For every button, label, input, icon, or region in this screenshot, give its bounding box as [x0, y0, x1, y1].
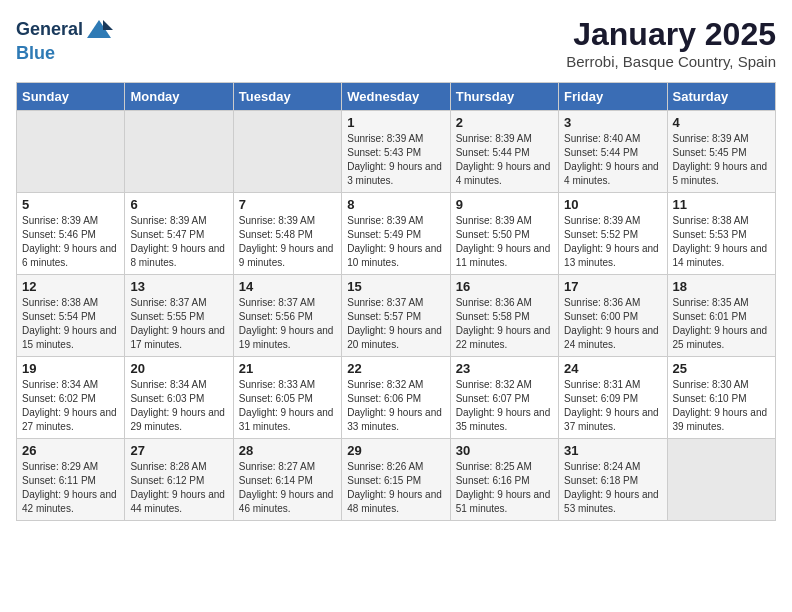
calendar-cell: 3Sunrise: 8:40 AMSunset: 5:44 PMDaylight… [559, 111, 667, 193]
calendar-cell: 7Sunrise: 8:39 AMSunset: 5:48 PMDaylight… [233, 193, 341, 275]
day-info: Sunrise: 8:37 AMSunset: 5:56 PMDaylight:… [239, 296, 336, 352]
day-number: 24 [564, 361, 661, 376]
day-number: 22 [347, 361, 444, 376]
day-info: Sunrise: 8:35 AMSunset: 6:01 PMDaylight:… [673, 296, 770, 352]
day-number: 7 [239, 197, 336, 212]
day-info: Sunrise: 8:32 AMSunset: 6:06 PMDaylight:… [347, 378, 444, 434]
day-info: Sunrise: 8:39 AMSunset: 5:49 PMDaylight:… [347, 214, 444, 270]
day-number: 20 [130, 361, 227, 376]
day-number: 31 [564, 443, 661, 458]
day-info: Sunrise: 8:30 AMSunset: 6:10 PMDaylight:… [673, 378, 770, 434]
day-number: 2 [456, 115, 553, 130]
day-number: 10 [564, 197, 661, 212]
day-info: Sunrise: 8:25 AMSunset: 6:16 PMDaylight:… [456, 460, 553, 516]
calendar-cell: 10Sunrise: 8:39 AMSunset: 5:52 PMDayligh… [559, 193, 667, 275]
day-info: Sunrise: 8:38 AMSunset: 5:53 PMDaylight:… [673, 214, 770, 270]
calendar-cell: 28Sunrise: 8:27 AMSunset: 6:14 PMDayligh… [233, 439, 341, 521]
calendar-cell: 6Sunrise: 8:39 AMSunset: 5:47 PMDaylight… [125, 193, 233, 275]
day-info: Sunrise: 8:39 AMSunset: 5:44 PMDaylight:… [456, 132, 553, 188]
day-info: Sunrise: 8:28 AMSunset: 6:12 PMDaylight:… [130, 460, 227, 516]
calendar-cell: 2Sunrise: 8:39 AMSunset: 5:44 PMDaylight… [450, 111, 558, 193]
calendar-subtitle: Berrobi, Basque Country, Spain [566, 53, 776, 70]
calendar-cell [667, 439, 775, 521]
day-info: Sunrise: 8:39 AMSunset: 5:43 PMDaylight:… [347, 132, 444, 188]
day-number: 25 [673, 361, 770, 376]
day-number: 9 [456, 197, 553, 212]
day-info: Sunrise: 8:26 AMSunset: 6:15 PMDaylight:… [347, 460, 444, 516]
week-row-1: 1Sunrise: 8:39 AMSunset: 5:43 PMDaylight… [17, 111, 776, 193]
day-number: 28 [239, 443, 336, 458]
calendar-cell: 11Sunrise: 8:38 AMSunset: 5:53 PMDayligh… [667, 193, 775, 275]
day-info: Sunrise: 8:39 AMSunset: 5:45 PMDaylight:… [673, 132, 770, 188]
week-row-3: 12Sunrise: 8:38 AMSunset: 5:54 PMDayligh… [17, 275, 776, 357]
title-block: January 2025 Berrobi, Basque Country, Sp… [566, 16, 776, 70]
week-row-5: 26Sunrise: 8:29 AMSunset: 6:11 PMDayligh… [17, 439, 776, 521]
week-row-4: 19Sunrise: 8:34 AMSunset: 6:02 PMDayligh… [17, 357, 776, 439]
day-info: Sunrise: 8:38 AMSunset: 5:54 PMDaylight:… [22, 296, 119, 352]
calendar-cell: 21Sunrise: 8:33 AMSunset: 6:05 PMDayligh… [233, 357, 341, 439]
weekday-header-friday: Friday [559, 83, 667, 111]
day-info: Sunrise: 8:37 AMSunset: 5:55 PMDaylight:… [130, 296, 227, 352]
week-row-2: 5Sunrise: 8:39 AMSunset: 5:46 PMDaylight… [17, 193, 776, 275]
weekday-header-tuesday: Tuesday [233, 83, 341, 111]
calendar-cell: 29Sunrise: 8:26 AMSunset: 6:15 PMDayligh… [342, 439, 450, 521]
weekday-header-sunday: Sunday [17, 83, 125, 111]
day-number: 17 [564, 279, 661, 294]
calendar-cell: 19Sunrise: 8:34 AMSunset: 6:02 PMDayligh… [17, 357, 125, 439]
calendar-cell: 30Sunrise: 8:25 AMSunset: 6:16 PMDayligh… [450, 439, 558, 521]
calendar-cell: 31Sunrise: 8:24 AMSunset: 6:18 PMDayligh… [559, 439, 667, 521]
day-number: 6 [130, 197, 227, 212]
calendar-cell: 24Sunrise: 8:31 AMSunset: 6:09 PMDayligh… [559, 357, 667, 439]
calendar-cell [125, 111, 233, 193]
calendar-cell: 18Sunrise: 8:35 AMSunset: 6:01 PMDayligh… [667, 275, 775, 357]
day-number: 12 [22, 279, 119, 294]
calendar-cell: 25Sunrise: 8:30 AMSunset: 6:10 PMDayligh… [667, 357, 775, 439]
calendar-cell: 8Sunrise: 8:39 AMSunset: 5:49 PMDaylight… [342, 193, 450, 275]
day-number: 1 [347, 115, 444, 130]
calendar-cell: 9Sunrise: 8:39 AMSunset: 5:50 PMDaylight… [450, 193, 558, 275]
day-info: Sunrise: 8:39 AMSunset: 5:48 PMDaylight:… [239, 214, 336, 270]
calendar-cell: 20Sunrise: 8:34 AMSunset: 6:03 PMDayligh… [125, 357, 233, 439]
day-number: 14 [239, 279, 336, 294]
calendar-cell: 14Sunrise: 8:37 AMSunset: 5:56 PMDayligh… [233, 275, 341, 357]
day-info: Sunrise: 8:31 AMSunset: 6:09 PMDaylight:… [564, 378, 661, 434]
day-number: 13 [130, 279, 227, 294]
day-number: 11 [673, 197, 770, 212]
day-number: 19 [22, 361, 119, 376]
calendar-cell: 23Sunrise: 8:32 AMSunset: 6:07 PMDayligh… [450, 357, 558, 439]
day-info: Sunrise: 8:39 AMSunset: 5:50 PMDaylight:… [456, 214, 553, 270]
day-number: 29 [347, 443, 444, 458]
day-info: Sunrise: 8:32 AMSunset: 6:07 PMDaylight:… [456, 378, 553, 434]
day-number: 8 [347, 197, 444, 212]
day-number: 18 [673, 279, 770, 294]
day-number: 23 [456, 361, 553, 376]
day-info: Sunrise: 8:39 AMSunset: 5:47 PMDaylight:… [130, 214, 227, 270]
logo: General Blue [16, 16, 113, 64]
calendar-cell: 15Sunrise: 8:37 AMSunset: 5:57 PMDayligh… [342, 275, 450, 357]
day-info: Sunrise: 8:40 AMSunset: 5:44 PMDaylight:… [564, 132, 661, 188]
day-number: 15 [347, 279, 444, 294]
day-info: Sunrise: 8:24 AMSunset: 6:18 PMDaylight:… [564, 460, 661, 516]
day-info: Sunrise: 8:36 AMSunset: 6:00 PMDaylight:… [564, 296, 661, 352]
day-number: 16 [456, 279, 553, 294]
calendar-cell: 4Sunrise: 8:39 AMSunset: 5:45 PMDaylight… [667, 111, 775, 193]
svg-marker-1 [103, 20, 113, 30]
day-number: 26 [22, 443, 119, 458]
calendar-title: January 2025 [566, 16, 776, 53]
day-info: Sunrise: 8:36 AMSunset: 5:58 PMDaylight:… [456, 296, 553, 352]
day-info: Sunrise: 8:39 AMSunset: 5:46 PMDaylight:… [22, 214, 119, 270]
weekday-header-wednesday: Wednesday [342, 83, 450, 111]
calendar-cell: 13Sunrise: 8:37 AMSunset: 5:55 PMDayligh… [125, 275, 233, 357]
calendar-cell: 5Sunrise: 8:39 AMSunset: 5:46 PMDaylight… [17, 193, 125, 275]
day-info: Sunrise: 8:33 AMSunset: 6:05 PMDaylight:… [239, 378, 336, 434]
day-number: 30 [456, 443, 553, 458]
calendar-cell [233, 111, 341, 193]
day-info: Sunrise: 8:37 AMSunset: 5:57 PMDaylight:… [347, 296, 444, 352]
calendar-cell: 1Sunrise: 8:39 AMSunset: 5:43 PMDaylight… [342, 111, 450, 193]
day-number: 4 [673, 115, 770, 130]
weekday-header-saturday: Saturday [667, 83, 775, 111]
logo-general-text: General [16, 20, 83, 40]
day-number: 5 [22, 197, 119, 212]
day-info: Sunrise: 8:34 AMSunset: 6:03 PMDaylight:… [130, 378, 227, 434]
day-number: 3 [564, 115, 661, 130]
